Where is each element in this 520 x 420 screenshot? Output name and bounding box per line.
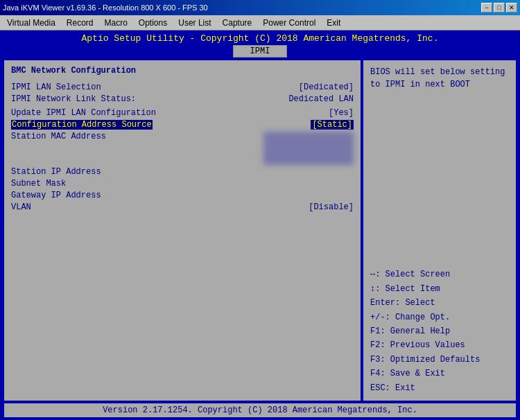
menu-record[interactable]: Record	[61, 17, 99, 29]
bios-label-mac-address: Station MAC Address	[11, 132, 106, 165]
app-subtitle: - Resolution 800 X 600 - FPS 30	[98, 3, 207, 12]
title-bar-title: Java iKVM Viewer v1.69.36 - Resolution 8…	[3, 3, 208, 12]
bios-row-update-config: Update IPMI LAN Configuration [Yes]	[11, 108, 354, 118]
title-bar-left: Java iKVM Viewer v1.69.36 - Resolution 8…	[3, 3, 208, 12]
key-hint-8: ESC: Exit	[370, 381, 509, 395]
menu-options[interactable]: Options	[133, 17, 173, 29]
minimize-button[interactable]: −	[481, 3, 492, 12]
menu-exit[interactable]: Exit	[321, 17, 346, 29]
bios-container: Aptio Setup Utility - Copyright (C) 2018…	[0, 30, 520, 420]
maximize-button[interactable]: □	[494, 3, 505, 12]
bios-label-update-config: Update IPMI LAN Configuration	[11, 108, 156, 118]
bios-label-vlan: VLAN	[11, 202, 31, 212]
bios-left-panel: BMC Network Configuration IPMI LAN Selec…	[4, 60, 361, 401]
bios-row-gateway: Gateway IP Address	[11, 191, 354, 200]
bios-row-link-status: IPMI Network Link Status: Dedicated LAN	[11, 94, 354, 104]
bios-row-subnet: Subnet Mask	[11, 179, 354, 189]
menu-bar: Virtual Media Record Macro Options User …	[0, 15, 520, 30]
key-hint-6: F3: Optimized Defaults	[370, 353, 509, 367]
bios-tabs: IPMI	[4, 45, 516, 58]
bios-row-mac-address: Station MAC Address	[11, 132, 354, 165]
menu-virtual-media[interactable]: Virtual Media	[1, 17, 61, 29]
bios-footer: Version 2.17.1254. Copyright (C) 2018 Am…	[4, 403, 516, 417]
key-hint-0: ↔: Select Screen	[370, 268, 509, 281]
bios-row-lan-selection: IPMI LAN Selection [Dedicated]	[11, 82, 354, 92]
bios-label-subnet: Subnet Mask	[11, 179, 66, 189]
blurred-mac-value	[263, 132, 354, 165]
bios-label-station-ip: Station IP Address	[11, 167, 101, 177]
app-title: Java iKVM Viewer v1.69.36	[3, 3, 96, 12]
key-hint-7: F4: Save & Exit	[370, 367, 509, 380]
key-hint-4: F1: General Help	[370, 324, 509, 338]
menu-power-control[interactable]: Power Control	[257, 17, 321, 29]
bios-header: Aptio Setup Utility - Copyright (C) 2018…	[4, 33, 516, 44]
key-hint-5: F2: Previous Values	[370, 338, 509, 352]
bios-label-lan-selection: IPMI LAN Selection	[11, 82, 101, 92]
key-hint-1: ↕: Select Item	[370, 282, 509, 296]
title-bar-controls: − □ ✕	[481, 3, 517, 12]
bios-label-link-status: IPMI Network Link Status:	[11, 94, 136, 104]
bios-section-title: BMC Network Configuration	[11, 66, 354, 76]
bios-tab-ipmi[interactable]: IPMI	[233, 45, 288, 58]
close-button[interactable]: ✕	[506, 3, 517, 12]
bios-label-addr-source: Configuration Address Source	[11, 120, 153, 130]
bios-value-update-config: [Yes]	[329, 108, 354, 118]
menu-macro[interactable]: Macro	[99, 17, 133, 29]
bios-label-gateway: Gateway IP Address	[11, 191, 101, 200]
bios-row-station-ip: Station IP Address	[11, 167, 354, 177]
menu-user-list[interactable]: User List	[173, 17, 216, 29]
bios-row-vlan: VLAN [Disable]	[11, 202, 354, 212]
menu-capture[interactable]: Capture	[217, 17, 258, 29]
key-hint-3: +/-: Change Opt.	[370, 310, 509, 324]
bios-value-mac-address	[263, 132, 354, 165]
bios-value-link-status: Dedicated LAN	[288, 94, 354, 104]
bios-main-content: BMC Network Configuration IPMI LAN Selec…	[4, 60, 516, 401]
bios-row-addr-source[interactable]: Configuration Address Source [Static]	[11, 120, 354, 130]
bios-value-vlan: [Disable]	[309, 202, 354, 212]
bios-key-hints: ↔: Select Screen ↕: Select Item Enter: S…	[370, 268, 509, 395]
key-hint-2: Enter: Select	[370, 296, 509, 310]
bios-value-addr-source: [Static]	[311, 120, 354, 130]
bios-help-text: BIOS will set below setting to IPMI in n…	[370, 66, 509, 91]
title-bar: Java iKVM Viewer v1.69.36 - Resolution 8…	[0, 0, 520, 15]
bios-right-panel: BIOS will set below setting to IPMI in n…	[363, 60, 516, 401]
bios-value-lan-selection: [Dedicated]	[299, 82, 354, 92]
